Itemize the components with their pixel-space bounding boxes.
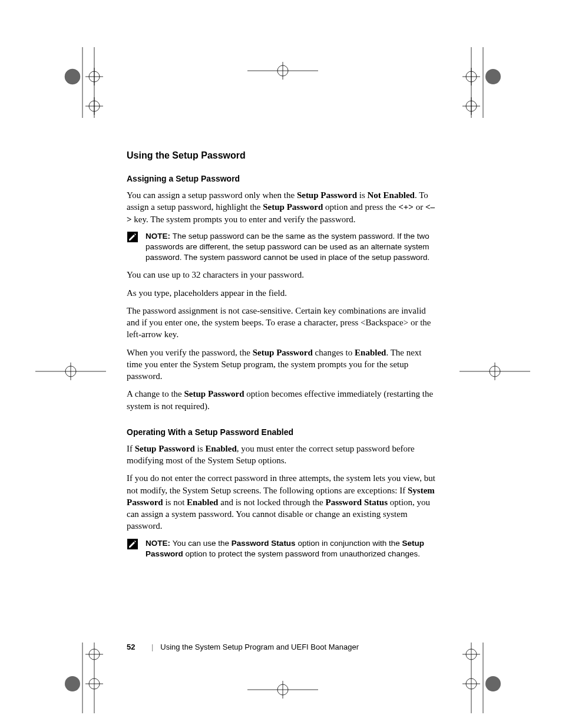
para-32chars: You can use up to 32 characters in your … — [127, 269, 439, 281]
note-pencil-icon — [127, 231, 140, 245]
svg-point-21 — [485, 69, 501, 84]
para-op-attempts: If you do not enter the correct password… — [127, 472, 439, 532]
para-case-insensitive: The password assignment is not case-sens… — [127, 305, 439, 341]
crop-mark-icon — [247, 47, 318, 94]
para-op-enabled: If Setup Password is Enabled, you must e… — [127, 443, 439, 467]
note-block-1: NOTE: The setup password can be the same… — [127, 231, 439, 263]
crop-mark-icon — [35, 47, 130, 118]
footer-chapter: Using the System Setup Program and UEFI … — [160, 643, 359, 651]
note-text-2: NOTE: You can use the Password Status op… — [146, 538, 439, 559]
para-verify: When you verify the password, the Setup … — [127, 347, 439, 383]
note-block-2: NOTE: You can use the Password Status op… — [127, 538, 439, 559]
para-placeholders: As you type, placeholders appear in the … — [127, 287, 439, 299]
svg-point-44 — [485, 676, 501, 691]
footer-separator: | — [147, 643, 158, 651]
crop-mark-icon — [35, 643, 130, 713]
page-footer: 52 | Using the System Setup Program and … — [127, 643, 439, 651]
svg-point-34 — [65, 676, 80, 691]
para-effective: A change to the Setup Password option be… — [127, 388, 439, 412]
note-text-1: NOTE: The setup password can be the same… — [146, 231, 439, 263]
crop-mark-icon — [436, 643, 530, 713]
page-number: 52 — [127, 643, 144, 651]
heading-assigning: Assigning a Setup Password — [127, 174, 439, 183]
crop-mark-icon — [436, 47, 530, 118]
heading-main: Using the Setup Password — [127, 150, 439, 161]
para-assign-intro: You can assign a setup password only whe… — [127, 189, 439, 225]
page-content: Using the Setup Password Assigning a Set… — [127, 150, 439, 565]
heading-operating: Operating With a Setup Password Enabled — [127, 427, 439, 437]
crop-mark-icon — [247, 666, 318, 713]
crop-mark-icon — [35, 354, 106, 389]
note-pencil-icon — [127, 538, 140, 552]
crop-mark-icon — [459, 354, 530, 389]
